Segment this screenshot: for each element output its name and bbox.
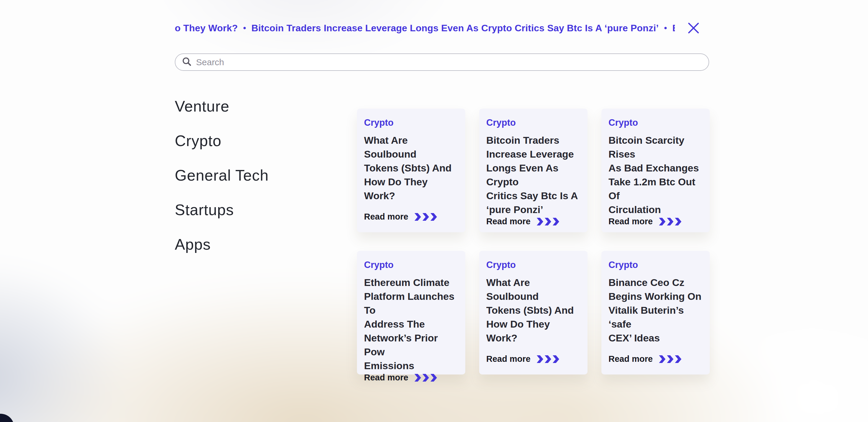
ticker-headline[interactable]: o They Work? — [175, 23, 238, 34]
read-more-link[interactable]: Read more — [364, 212, 458, 222]
read-more-link[interactable]: Read more — [609, 354, 703, 364]
close-button[interactable] — [686, 21, 701, 35]
read-more-label: Read more — [486, 354, 531, 364]
card-title: What Are Soulbound Tokens (Sbts) And How… — [364, 133, 458, 203]
chevrons-right-icon — [536, 355, 559, 363]
chevrons-right-icon — [659, 218, 682, 226]
ticker-separator: • — [664, 23, 667, 33]
category-item-general-tech[interactable]: General Tech — [175, 166, 340, 184]
article-card[interactable]: Crypto Binance Ceo Cz Begins Working On … — [601, 251, 710, 375]
category-item-apps[interactable]: Apps — [175, 235, 340, 253]
card-category-label: Crypto — [609, 118, 703, 128]
article-card[interactable]: Crypto Ethereum Climate Platform Launche… — [357, 251, 465, 375]
category-item-startups[interactable]: Startups — [175, 201, 340, 219]
read-more-label: Read more — [609, 354, 653, 364]
chevrons-right-icon — [414, 213, 437, 221]
ticker-headline[interactable]: Bitcoin Scarcity Rises As Bad Exchanges — [672, 23, 675, 34]
close-icon — [686, 32, 701, 36]
card-category-label: Crypto — [609, 260, 703, 270]
search-input[interactable] — [196, 54, 702, 70]
read-more-label: Read more — [609, 217, 653, 226]
card-title: Bitcoin Traders Increase Leverage Longs … — [486, 133, 581, 217]
read-more-label: Read more — [364, 373, 408, 383]
articles-grid: Crypto What Are Soulbound Tokens (Sbts) … — [357, 108, 710, 375]
card-title: What Are Soulbound Tokens (Sbts) And How… — [486, 275, 581, 345]
category-item-venture[interactable]: Venture — [175, 97, 340, 115]
card-category-label: Crypto — [486, 118, 581, 128]
chevrons-right-icon — [659, 355, 682, 363]
card-category-label: Crypto — [486, 260, 581, 270]
article-card[interactable]: Crypto Bitcoin Scarcity Rises As Bad Exc… — [601, 108, 710, 232]
ticker-headline[interactable]: Bitcoin Traders Increase Leverage Longs … — [251, 23, 659, 34]
article-card[interactable]: Crypto What Are Soulbound Tokens (Sbts) … — [479, 251, 588, 375]
category-menu: Venture Crypto General Tech Startups App… — [175, 97, 340, 270]
card-title: Binance Ceo Cz Begins Working On Vitalik… — [609, 275, 703, 345]
ticker-separator: • — [243, 23, 246, 33]
read-more-link[interactable]: Read more — [486, 354, 581, 364]
chevrons-right-icon — [414, 374, 437, 382]
read-more-link[interactable]: Read more — [609, 217, 703, 226]
search-bar — [175, 54, 709, 71]
read-more-link[interactable]: Read more — [364, 373, 458, 383]
news-ticker: o They Work? • Bitcoin Traders Increase … — [175, 20, 675, 36]
read-more-link[interactable]: Read more — [486, 217, 581, 226]
search-icon — [182, 57, 192, 68]
card-category-label: Crypto — [364, 260, 458, 270]
search-overlay-screen: o They Work? • Bitcoin Traders Increase … — [0, 0, 868, 422]
article-card[interactable]: Crypto What Are Soulbound Tokens (Sbts) … — [357, 108, 465, 232]
card-title: Ethereum Climate Platform Launches To Ad… — [364, 275, 458, 373]
category-item-crypto[interactable]: Crypto — [175, 132, 340, 150]
article-card[interactable]: Crypto Bitcoin Traders Increase Leverage… — [479, 108, 588, 232]
card-title: Bitcoin Scarcity Rises As Bad Exchanges … — [609, 133, 703, 217]
card-category-label: Crypto — [364, 118, 458, 128]
read-more-label: Read more — [486, 217, 531, 226]
chevrons-right-icon — [536, 218, 559, 226]
read-more-label: Read more — [364, 212, 408, 222]
